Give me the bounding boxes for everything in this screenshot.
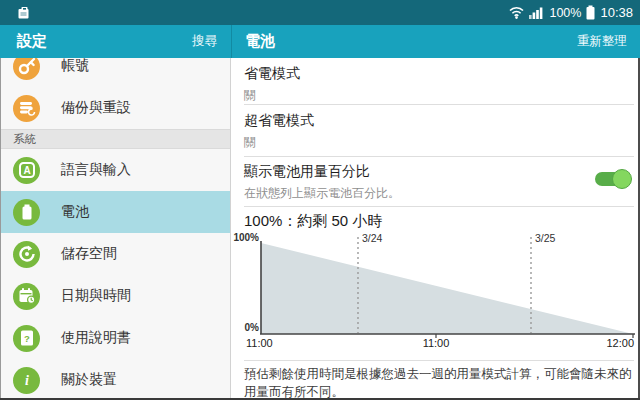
- backup-reset-icon: [13, 95, 40, 122]
- setting-power-saving[interactable]: 省電模式 關: [231, 65, 640, 104]
- svg-text:i: i: [25, 373, 29, 388]
- sidebar-item-label: 電池: [61, 203, 89, 221]
- sidebar-section-system: 系統: [0, 129, 230, 149]
- x-tick-label: 11:00: [246, 337, 273, 349]
- screenshot-notification-icon: [16, 5, 32, 21]
- sidebar-item-label: 日期與時間: [61, 287, 131, 305]
- battery-icon: [13, 199, 40, 226]
- sidebar-header: 設定 搜尋: [0, 25, 231, 58]
- sidebar-item-storage[interactable]: 儲存空間: [0, 233, 230, 275]
- search-button[interactable]: 搜尋: [192, 33, 217, 50]
- language-input-icon: A: [13, 157, 40, 184]
- sidebar-item-language-input[interactable]: A 語言與輸入: [0, 149, 230, 191]
- settings-app-screen: 100% 10:38 設定 搜尋 電池 重新整理: [0, 0, 640, 400]
- setting-value: 關: [244, 134, 640, 151]
- setting-title: 超省電模式: [244, 112, 640, 130]
- battery-history-chart: [231, 225, 640, 355]
- screen-edge-left: [0, 58, 1, 398]
- divider: [244, 104, 634, 105]
- y-axis-min-label: 0%: [231, 322, 259, 333]
- sidebar-item-label: 使用說明書: [61, 329, 131, 347]
- date-time-icon: [13, 283, 40, 310]
- settings-sidebar: 帳號 備份與重設 系統: [0, 25, 231, 400]
- x-tick-label: 11:00: [416, 337, 456, 349]
- cellular-signal-icon: [529, 6, 544, 19]
- status-battery-percent: 100%: [549, 6, 581, 20]
- setting-show-battery-percentage[interactable]: 顯示電池用量百分比 在狀態列上顯示電池百分比。: [231, 163, 640, 202]
- setting-ultra-power-saving[interactable]: 超省電模式 關: [231, 112, 640, 151]
- sidebar-item-backup-reset[interactable]: 備份與重設: [0, 87, 230, 129]
- setting-title: 省電模式: [244, 65, 640, 83]
- battery-full-icon: [586, 5, 595, 20]
- sidebar-item-label: 關於裝置: [61, 371, 117, 389]
- page-title: 電池: [245, 32, 577, 51]
- sidebar-item-battery[interactable]: 電池: [0, 191, 230, 233]
- divider: [244, 156, 634, 157]
- day-marker-label: 3/24: [362, 232, 382, 244]
- storage-icon: [13, 241, 40, 268]
- content-header: 電池 重新整理: [231, 25, 640, 58]
- battery-percentage-toggle[interactable]: [595, 169, 632, 189]
- svg-text:A: A: [23, 165, 30, 176]
- sidebar-item-user-manual[interactable]: ? 使用說明書: [0, 317, 230, 359]
- estimate-disclaimer: 預估剩餘使用時間是根據您過去一週的用量模式計算，可能會隨未來的用量而有所不同。: [244, 365, 632, 400]
- sidebar-item-label: 帳號: [61, 57, 89, 75]
- day-marker-label: 3/25: [535, 232, 555, 244]
- sidebar-title: 設定: [17, 32, 192, 51]
- divider: [244, 360, 634, 361]
- sidebar-item-label: 備份與重設: [61, 99, 131, 117]
- toggle-knob: [612, 169, 632, 189]
- setting-value: 關: [244, 87, 640, 104]
- sidebar-item-date-time[interactable]: 日期與時間: [0, 275, 230, 317]
- svg-text:?: ?: [24, 333, 30, 344]
- refresh-button[interactable]: 重新整理: [577, 33, 627, 50]
- sidebar-item-label: 語言與輸入: [61, 161, 131, 179]
- status-clock: 10:38: [600, 5, 633, 20]
- user-manual-icon: ?: [13, 325, 40, 352]
- x-tick-label: 12:00: [594, 337, 634, 349]
- divider: [244, 206, 634, 207]
- status-bar: 100% 10:38: [0, 0, 640, 25]
- about-device-icon: i: [13, 367, 40, 394]
- y-axis-max-label: 100%: [231, 232, 259, 243]
- setting-title: 顯示電池用量百分比: [244, 163, 640, 181]
- sidebar-item-label: 儲存空間: [61, 245, 117, 263]
- setting-subtitle: 在狀態列上顯示電池百分比。: [244, 185, 640, 202]
- wifi-icon: [509, 6, 524, 19]
- battery-settings-panel: 省電模式 關 超省電模式 關 顯示電池用量百分比 在狀態列上顯示電池百分比。 1…: [231, 25, 640, 400]
- sidebar-item-about-device[interactable]: i 關於裝置: [0, 359, 230, 400]
